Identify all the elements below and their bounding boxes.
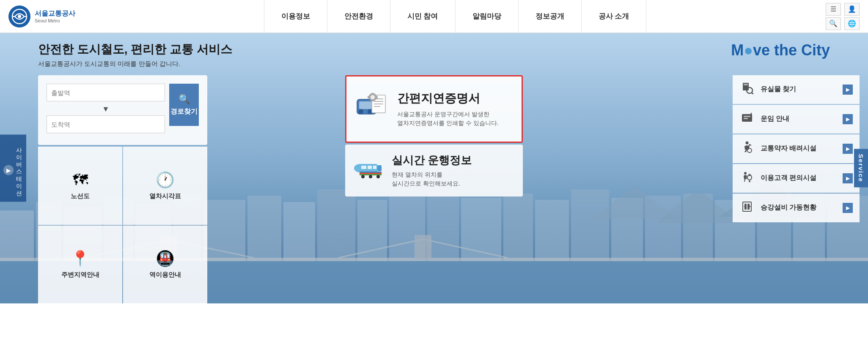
fare-icon xyxy=(739,111,755,127)
nav-about[interactable]: 공사 소개 xyxy=(582,0,647,33)
svg-rect-13 xyxy=(283,202,315,261)
svg-rect-20 xyxy=(535,200,569,261)
convenience-arrow: ▶ xyxy=(843,173,853,183)
right-link-lost-found[interactable]: 유실물 찾기 ▶ xyxy=(733,75,860,104)
service-tab[interactable]: Service xyxy=(854,149,868,187)
svg-point-77 xyxy=(749,174,751,176)
fare-label: 운임 안내 xyxy=(761,115,837,123)
svg-rect-67 xyxy=(744,84,748,85)
side-label-text: 사이버스테이션 xyxy=(15,143,23,194)
delay-cert-content: 간편지연증명서 서울교통공사 운영구간에서 발생한열차지연증명서를 인쇄할 수 … xyxy=(397,90,499,128)
right-link-convenience[interactable]: 이용고객 편의시설 ▶ xyxy=(733,164,860,193)
svg-rect-71 xyxy=(744,116,750,117)
route-map-icon: 🗺 xyxy=(73,171,88,189)
svg-rect-19 xyxy=(503,194,533,261)
svg-point-41 xyxy=(358,109,363,114)
svg-line-69 xyxy=(752,93,753,94)
realtime-title: 실시간 운행정보 xyxy=(392,153,472,168)
svg-rect-50 xyxy=(371,93,374,95)
nav-info-open[interactable]: 정보공개 xyxy=(519,0,582,33)
svg-rect-12 xyxy=(247,196,281,261)
quick-links-grid: 🗺 노선도 🕐 열차시각표 📍 주변지역안내 🚇 역이용안내 xyxy=(38,147,207,303)
accessibility-icon xyxy=(739,140,755,157)
search-button[interactable]: 🔍 xyxy=(826,17,841,30)
svg-rect-35 xyxy=(415,235,431,259)
svg-point-74 xyxy=(747,148,752,153)
header: 서울교통공사 Seoul Metro 이용정보 안전환경 시민 참여 알림마당 … xyxy=(0,0,868,33)
fare-arrow: ▶ xyxy=(843,114,853,124)
nav-citizen[interactable]: 시민 참여 xyxy=(390,0,456,33)
header-icons: ☰ 👤 🔍 🌐 xyxy=(826,3,860,30)
arrival-input[interactable] xyxy=(47,115,165,133)
elevator-label: 승강설비 가동현황 xyxy=(761,203,837,212)
nav-usage-info[interactable]: 이용정보 xyxy=(264,0,327,33)
right-link-fare[interactable]: 운임 안내 ▶ xyxy=(733,105,860,134)
svg-point-63 xyxy=(361,175,365,178)
accessibility-label: 교통약자 배려시설 xyxy=(761,144,837,153)
route-row: ▼ 🔍 경로찾기 xyxy=(47,84,199,136)
svg-rect-72 xyxy=(744,118,748,119)
svg-point-65 xyxy=(376,175,380,178)
svg-rect-51 xyxy=(371,100,374,101)
lost-found-icon xyxy=(739,81,755,98)
logo-area[interactable]: 서울교통공사 Seoul Metro xyxy=(8,5,76,27)
station-info-label: 역이용안내 xyxy=(149,271,181,279)
svg-rect-60 xyxy=(360,172,382,173)
route-map-label: 노선도 xyxy=(71,192,90,200)
svg-rect-61 xyxy=(360,173,382,174)
nav-safety-env[interactable]: 안전환경 xyxy=(327,0,390,33)
hero-text: 안전한 도시철도, 편리한 교통 서비스 서울교통공사가 도시교통의 미래를 만… xyxy=(38,41,232,68)
area-guide-label: 주변지역안내 xyxy=(61,271,99,279)
quick-station-info[interactable]: 🚇 역이용안내 xyxy=(123,226,207,304)
svg-rect-57 xyxy=(361,166,366,169)
svg-point-1 xyxy=(18,15,21,18)
svg-point-75 xyxy=(744,172,747,175)
timetable-label: 열차시각표 xyxy=(149,192,181,200)
logo-text: 서울교통공사 Seoul Metro xyxy=(35,9,75,23)
right-link-elevator[interactable]: 승강설비 가동현황 ▶ xyxy=(733,194,860,222)
quick-area-guide[interactable]: 📍 주변지역안내 xyxy=(38,226,122,304)
quick-timetable[interactable]: 🕐 열차시각표 xyxy=(123,147,207,225)
svg-rect-15 xyxy=(357,200,387,261)
svg-rect-14 xyxy=(317,189,355,261)
accessibility-arrow: ▶ xyxy=(843,144,853,154)
side-expand-button[interactable]: ▶ xyxy=(3,165,14,175)
center-cards: 간편지연증명서 서울교통공사 운영구간에서 발생한열차지연증명서를 인쇄할 수 … xyxy=(345,75,523,197)
find-route-button[interactable]: 🔍 경로찾기 xyxy=(169,84,199,126)
svg-point-73 xyxy=(746,142,749,145)
area-guide-icon: 📍 xyxy=(71,250,90,267)
quick-route-map[interactable]: 🗺 노선도 xyxy=(38,147,122,225)
svg-rect-53 xyxy=(376,96,378,98)
hero-subtitle: 서울교통공사가 도시교통의 미래를 만들어 갑니다. xyxy=(38,60,232,68)
globe-button[interactable]: 🌐 xyxy=(844,17,860,30)
timetable-icon: 🕐 xyxy=(156,171,175,189)
menu-button[interactable]: ☰ xyxy=(826,3,841,16)
logo-english: Seoul Metro xyxy=(35,18,75,23)
right-link-accessibility[interactable]: 교통약자 배려시설 ▶ xyxy=(733,134,860,163)
departure-input[interactable] xyxy=(47,84,165,101)
main-nav: 이용정보 안전환경 시민 참여 알림마당 정보공개 공사 소개 xyxy=(93,0,817,33)
brand-rest: ve the City xyxy=(753,41,830,59)
convenience-icon xyxy=(739,170,755,186)
user-button[interactable]: 👤 xyxy=(844,3,860,16)
nav-notice[interactable]: 알림마당 xyxy=(456,0,519,33)
realtime-card[interactable]: 실시간 운행정보 현재 열차의 위치를실시간으로 확인해보세요. xyxy=(345,145,523,197)
svg-rect-58 xyxy=(368,166,372,169)
delay-cert-icon xyxy=(355,89,389,129)
realtime-icon xyxy=(354,156,383,185)
svg-point-49 xyxy=(371,95,375,99)
station-info-icon: 🚇 xyxy=(156,250,175,267)
svg-rect-17 xyxy=(427,191,459,261)
svg-rect-56 xyxy=(377,165,382,171)
side-label[interactable]: 사이버스테이션 ▶ xyxy=(0,135,26,202)
swap-arrow-icon: ▼ xyxy=(47,105,165,114)
right-links: 유실물 찾기 ▶ 운임 안내 ▶ xyxy=(733,75,860,222)
svg-rect-59 xyxy=(373,166,376,169)
lost-found-label: 유실물 찾기 xyxy=(761,85,837,94)
svg-rect-52 xyxy=(368,96,369,98)
search-icon: 🔍 xyxy=(179,94,190,105)
svg-point-64 xyxy=(369,175,372,178)
brand-move: M xyxy=(731,41,744,59)
logo-korean: 서울교통공사 xyxy=(35,9,75,18)
delay-cert-card[interactable]: 간편지연증명서 서울교통공사 운영구간에서 발생한열차지연증명서를 인쇄할 수 … xyxy=(345,75,523,143)
